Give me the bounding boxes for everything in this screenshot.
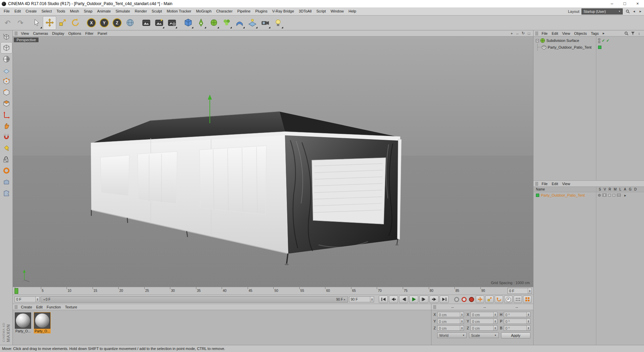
size-column-header[interactable]: -- <box>470 305 500 309</box>
material-label[interactable]: Party_O... <box>34 329 51 333</box>
menu-item-mesh[interactable]: Mesh <box>68 7 81 15</box>
menu-item-3dtoall[interactable]: 3DToAll <box>296 7 314 15</box>
material-label[interactable]: Party_O... <box>15 329 31 333</box>
col-r[interactable]: R <box>609 187 611 191</box>
undo-button[interactable]: ↶ <box>1 17 14 29</box>
orbit-view-icon[interactable]: ↻ <box>520 31 526 35</box>
viewport-solo-button[interactable] <box>1 121 12 131</box>
play-button[interactable] <box>409 296 418 303</box>
menu-item-window[interactable]: Window <box>328 7 346 15</box>
texture-mode-button[interactable] <box>1 54 12 64</box>
col-m[interactable]: M <box>614 187 617 191</box>
timeline-ruler[interactable]: 0 5 10 15 20 25 30 35 40 45 50 55 60 65 … <box>13 287 533 295</box>
panel-grip[interactable] <box>15 305 18 309</box>
viewport-menu-filter[interactable]: Filter <box>83 31 95 35</box>
paint-tool-button[interactable] <box>1 143 12 153</box>
add-cube-button[interactable] <box>182 17 194 29</box>
key-scale-button[interactable] <box>485 296 494 303</box>
pos-x-field[interactable]: 0 cm▲▼ <box>437 312 464 317</box>
light-button[interactable] <box>272 17 284 29</box>
plugin-button-2[interactable] <box>1 187 12 198</box>
key-parameter-button[interactable]: P <box>504 296 513 303</box>
col-g[interactable]: G <box>629 187 631 191</box>
menu-item-simulate[interactable]: Simulate <box>113 7 132 15</box>
animation-toggle-icon[interactable] <box>617 193 621 197</box>
range-end-field[interactable]: 90 F ▲▼ <box>349 296 374 302</box>
viewport-menu-options[interactable]: Options <box>66 31 83 35</box>
search-icon[interactable] <box>623 30 629 36</box>
record-keyframe-button[interactable] <box>454 297 459 302</box>
chevron-left-icon[interactable]: ◂ <box>631 8 637 14</box>
search-icon[interactable] <box>625 8 630 14</box>
col-s[interactable]: S <box>599 187 601 191</box>
range-right-grip-icon[interactable]: ▸ <box>344 298 345 301</box>
lp-menu-edit[interactable]: Edit <box>550 182 560 186</box>
coordinate-system-button[interactable] <box>124 17 136 29</box>
col-a[interactable]: A <box>624 187 626 191</box>
menu-item-mograph[interactable]: MoGraph <box>194 7 214 15</box>
timeline-range-slider[interactable]: ◂ 0 F 90 F ▸ <box>41 296 348 303</box>
make-editable-button[interactable] <box>1 31 12 42</box>
key-pla-button[interactable] <box>514 296 522 303</box>
previous-key-button[interactable] <box>389 296 398 303</box>
menu-item-edit[interactable]: Edit <box>12 7 23 15</box>
rotate-tool-button[interactable] <box>69 17 81 29</box>
toggle-view-icon[interactable]: □ <box>526 31 532 35</box>
om-menu-edit[interactable]: Edit <box>550 31 560 35</box>
render-settings-button[interactable] <box>166 17 178 29</box>
interactive-render-region-button[interactable] <box>1 165 12 176</box>
menu-item-sculpt[interactable]: Sculpt <box>149 7 165 15</box>
menu-expand-icon[interactable]: ▸ <box>601 31 606 35</box>
mograph-button[interactable] <box>220 17 233 29</box>
material-menu-texture[interactable]: Texture <box>63 305 79 309</box>
render-toggle-icon[interactable] <box>602 193 606 197</box>
menu-item-file[interactable]: File <box>1 7 12 15</box>
autokeying-button[interactable] <box>462 297 467 302</box>
spinner[interactable]: ▲▼ <box>528 288 531 294</box>
om-menu-file[interactable]: File <box>540 31 550 35</box>
viewport[interactable]: Perspective Grid Spacing : 1000 cm <box>13 36 533 287</box>
render-view-button[interactable] <box>140 17 152 29</box>
size-y-field[interactable]: 0 cm▲▼ <box>470 319 497 324</box>
size-x-field[interactable]: 0 cm▲▼ <box>470 312 497 317</box>
goto-start-button[interactable] <box>379 296 388 303</box>
zoom-view-icon[interactable]: ⇔ <box>515 31 520 35</box>
menu-item-create[interactable]: Create <box>23 7 39 15</box>
move-tool-button[interactable] <box>43 17 56 29</box>
layer-label[interactable]: Party_Outdoor_Patio_Tent <box>541 193 585 197</box>
coordinate-system-dropdown[interactable]: World▼ <box>437 332 467 338</box>
current-frame-marker[interactable] <box>15 288 18 294</box>
viewport-menu-panel[interactable]: Panel <box>96 31 109 35</box>
rotation-column-header[interactable]: -- <box>502 305 532 309</box>
layer-row-tent[interactable]: Party_Outdoor_Patio_Tent ▸ <box>534 192 644 198</box>
redo-button[interactable]: ↷ <box>14 17 27 29</box>
subdivision-surface-button[interactable] <box>207 17 220 29</box>
collapse-icon[interactable] <box>536 39 539 42</box>
keyframe-selection-button[interactable] <box>469 297 474 302</box>
lock-toggle-icon[interactable] <box>613 194 615 197</box>
panel-grip[interactable] <box>433 305 436 309</box>
next-frame-button[interactable] <box>419 296 428 303</box>
col-v[interactable]: V <box>604 187 606 191</box>
om-menu-tags[interactable]: Tags <box>589 31 601 35</box>
live-selection-button[interactable] <box>30 17 43 29</box>
snap-button[interactable] <box>1 132 12 142</box>
next-key-button[interactable] <box>429 296 439 303</box>
manager-toggle-icon[interactable] <box>608 194 611 197</box>
menu-item-help[interactable]: Help <box>346 7 359 15</box>
enabled-check-icon[interactable]: ✓ <box>606 39 609 43</box>
material-thumbnail[interactable] <box>15 312 31 329</box>
lock-y-axis-button[interactable]: Y <box>98 17 110 29</box>
goto-end-button[interactable] <box>440 296 449 303</box>
environment-button[interactable] <box>246 17 258 29</box>
name-column-header[interactable]: Name <box>536 187 545 191</box>
range-start-field[interactable]: 0 F ▲▼ <box>15 296 40 302</box>
key-position-button[interactable] <box>476 296 484 303</box>
material-menu-edit[interactable]: Edit <box>34 305 45 309</box>
previous-frame-button[interactable] <box>399 296 408 303</box>
menu-item-vray-bridge[interactable]: V-Ray Bridge <box>270 7 297 15</box>
rot-p-field[interactable]: 0 °▲▼ <box>504 319 530 324</box>
object-row-tent[interactable]: Party_Outdoor_Patio_Tent <box>534 44 644 51</box>
pos-y-field[interactable]: 0 cm▲▼ <box>437 319 464 324</box>
panel-grip[interactable] <box>15 31 18 35</box>
